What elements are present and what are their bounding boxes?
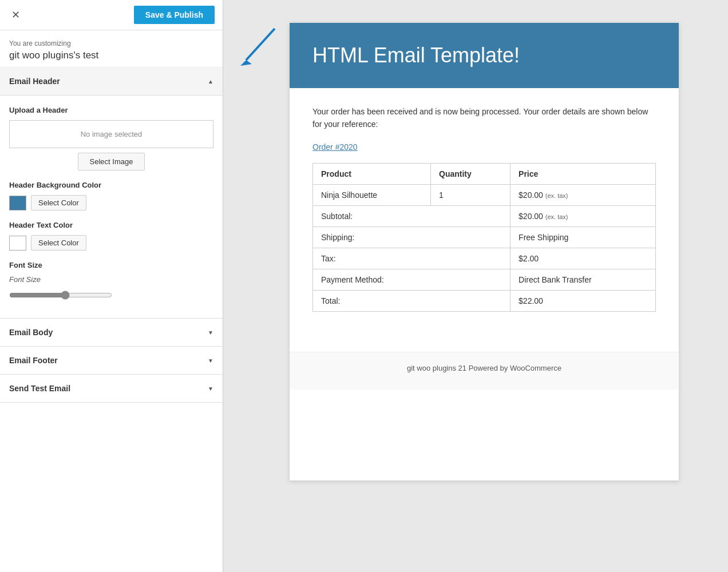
top-bar: ✕ Save & Publish: [0, 0, 223, 30]
table-cell: Payment Method:: [313, 269, 511, 290]
email-header-arrow: ▲: [208, 78, 213, 85]
email-footer-title: Email Footer: [9, 356, 58, 365]
table-cell: Free Shipping: [511, 227, 656, 248]
table-cell: $20.00 (ex. tax): [511, 184, 656, 205]
table-row: Payment Method: Direct Bank Transfer: [313, 269, 656, 290]
email-header-title: Email Header: [9, 77, 60, 86]
table-header-price: Price: [511, 163, 656, 184]
bg-color-label: Header Background Color: [9, 181, 213, 189]
email-body-section[interactable]: Email Body ▼: [0, 319, 223, 347]
table-cell: Total:: [313, 290, 511, 311]
send-test-title: Send Test Email: [9, 384, 70, 393]
email-header-preview: HTML Email Template!: [290, 23, 679, 88]
email-header-content: Upload a Header No image selected Select…: [0, 96, 223, 319]
email-footer-section[interactable]: Email Footer ▼: [0, 347, 223, 375]
table-cell: $2.00: [511, 248, 656, 269]
save-publish-button[interactable]: Save & Publish: [134, 6, 215, 24]
email-footer-preview: git woo plugins 21 Powered by WooCommerc…: [290, 352, 679, 390]
send-test-section[interactable]: Send Test Email ▼: [0, 375, 223, 403]
email-header-section-header[interactable]: Email Header ▲: [0, 67, 223, 96]
select-image-button[interactable]: Select Image: [78, 153, 145, 170]
text-color-row: Select Color: [9, 235, 213, 251]
svg-marker-1: [240, 60, 252, 66]
font-size-label: Font Size: [9, 261, 213, 269]
table-cell: $22.00: [511, 290, 656, 311]
table-cell: Shipping:: [313, 227, 511, 248]
table-header-quantity: Quantity: [431, 163, 511, 184]
table-cell: Ninja Silhouette: [313, 184, 431, 205]
order-table: Product Quantity Price Ninja Silhouette …: [312, 163, 656, 312]
right-panel: HTML Email Template! Your order has been…: [223, 0, 728, 572]
customizing-label: You are customizing: [9, 39, 213, 47]
table-row: Tax: $2.00: [313, 248, 656, 269]
close-button[interactable]: ✕: [8, 7, 23, 22]
email-body-text: Your order has been received and is now …: [312, 105, 656, 131]
table-cell: Direct Bank Transfer: [511, 269, 656, 290]
table-row: Shipping: Free Shipping: [313, 227, 656, 248]
image-preview-box: No image selected: [9, 120, 213, 148]
email-footer-text: git woo plugins 21 Powered by WooCommerc…: [407, 364, 561, 372]
table-cell: Tax:: [313, 248, 511, 269]
table-row: Total: $22.00: [313, 290, 656, 311]
left-panel: ✕ Save & Publish You are customizing git…: [0, 0, 223, 572]
text-color-swatch[interactable]: [9, 236, 26, 251]
table-header-product: Product: [313, 163, 431, 184]
text-select-color-button[interactable]: Select Color: [31, 235, 86, 251]
email-body-arrow: ▼: [208, 329, 213, 336]
bg-color-swatch[interactable]: [9, 196, 26, 210]
email-header-title-preview: HTML Email Template!: [312, 43, 656, 67]
blue-arrow-decoration: [235, 23, 280, 69]
table-cell: 1: [431, 184, 511, 205]
text-color-label: Header Text Color: [9, 221, 213, 229]
svg-line-0: [246, 29, 275, 60]
no-image-text: No image selected: [81, 130, 143, 138]
table-cell: $20.00 (ex. tax): [511, 205, 656, 227]
email-preview: HTML Email Template! Your order has been…: [290, 23, 679, 480]
order-link[interactable]: Order #2020: [312, 142, 656, 152]
table-row: Subtotal: $20.00 (ex. tax): [313, 205, 656, 227]
email-body-preview: Your order has been received and is now …: [290, 88, 679, 352]
bg-select-color-button[interactable]: Select Color: [31, 195, 86, 210]
email-footer-arrow: ▼: [208, 357, 213, 364]
slider-container: [9, 288, 213, 307]
email-body-title: Email Body: [9, 328, 53, 337]
customizing-title: git woo plugins's test: [9, 50, 213, 61]
font-size-slider[interactable]: [9, 291, 112, 300]
upload-header-label: Upload a Header: [9, 106, 213, 114]
customizing-section: You are customizing git woo plugins's te…: [0, 30, 223, 67]
table-row: Ninja Silhouette 1 $20.00 (ex. tax): [313, 184, 656, 205]
font-size-italic: Font Size: [9, 275, 213, 284]
table-cell: Subtotal:: [313, 205, 511, 227]
send-test-arrow: ▼: [208, 386, 213, 392]
bg-color-row: Select Color: [9, 195, 213, 210]
